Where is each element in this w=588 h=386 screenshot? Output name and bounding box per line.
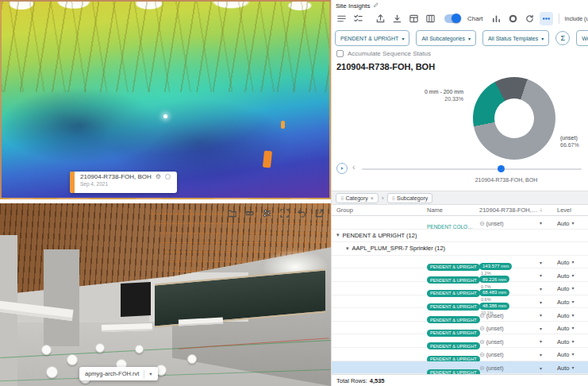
grouping-chip-category[interactable]: ⠿ Category × [336,193,379,203]
capture-tag-date: Sep 4, 2021 [80,181,171,187]
edit-pencil-icon[interactable] [373,2,379,10]
site-insights-panel: Site Insights Chart Include (unset) PEND… [331,0,588,386]
model-file-selector[interactable]: apmyg-arch-FOH.rvt ▾ [79,367,158,380]
collapse-caret-icon[interactable]: ▾ [346,245,349,252]
table-row[interactable]: PENDENT & UPRIGHT⊖(unset)▾Auto▾ [332,348,588,361]
grouping-bar: ⠿ Category × › ⠿ Subcategory [332,191,588,205]
chevron-down-icon[interactable]: ▾ [149,371,152,377]
level-select[interactable]: Auto▾ [557,259,574,266]
value-caret-icon[interactable]: ▾ [540,272,542,278]
subcategory-dropdown[interactable]: All Subcategories▾ [416,30,476,46]
value-caret-icon[interactable]: ▾ [540,286,542,291]
viewport-toolbar [227,208,325,218]
donut-chart[interactable] [473,77,555,160]
model-column [44,249,79,346]
model-file-label: apmyg-arch-FOH.rvt [85,370,139,377]
table-row[interactable]: PENDENT & UPRIGHT⊖(unset)▾Auto▾ [332,308,588,322]
pill-divider [144,370,144,378]
table-icon[interactable] [407,12,421,25]
column-header-group[interactable]: Group [336,207,353,214]
bar-chart-icon[interactable] [490,12,503,25]
level-select[interactable]: Auto▾ [557,272,574,280]
value-caret-icon[interactable]: ▾ [540,326,542,331]
model-stool [135,345,144,353]
table-row[interactable]: PENDENT & UPRIGHT⊖(unset)▾Auto▾ [332,361,588,374]
chart-toggle-label: Chart [467,15,483,22]
checklist-icon[interactable] [352,12,365,25]
level-select[interactable]: Auto▾ [557,220,574,227]
drag-handle-icon[interactable]: ⠿ [392,195,394,201]
sync-ring-icon[interactable] [165,174,171,179]
view-list-icon[interactable] [335,12,348,25]
table-row[interactable]: PENDENT COLOR P...⊖(unset)▾Auto▾ [332,216,588,230]
table-row[interactable]: PENDENT & UPRIGHT68.483 mm0.6%▾Auto▾ [332,282,588,295]
accumulate-row: Accumulate Sequence Status [336,50,431,57]
timeline-slider[interactable] [362,168,582,170]
table-row[interactable]: PENDENT & UPRIGHT89.226 mm0.7%▾Auto▾ [332,268,588,282]
chevron-down-icon: ▾ [571,325,574,332]
pointcloud-viewport[interactable]: 210904-R738-FOH, BOH ⚙ Sep 4, 2021 [0,0,331,199]
value-caret-icon[interactable]: ▾ [540,299,542,305]
level-select[interactable]: Auto▾ [557,351,574,358]
accumulate-checkbox[interactable] [336,50,344,57]
sigma-button[interactable]: Σ [555,31,570,45]
model-stool [67,354,78,365]
unset-value: ⊖(unset) [479,338,536,345]
undo-icon[interactable] [297,208,307,218]
folder-icon[interactable] [227,208,237,218]
close-icon[interactable]: × [371,195,374,201]
status-template-dropdown[interactable]: All Status Templates▾ [482,30,549,46]
sliders-icon[interactable] [262,208,272,218]
group-label: AAPL_PLUM_SPR-7 Sprinkler (12) [352,245,446,252]
model-viewport[interactable]: apmyg-arch-FOH.rvt ▾ [0,203,331,386]
chart-toggle[interactable] [444,14,461,23]
level-select[interactable]: Auto▾ [557,312,574,319]
capture-tag[interactable]: 210904-R738-FOH, BOH ⚙ Sep 4, 2021 [70,172,177,193]
level-select[interactable]: Auto▾ [557,325,574,332]
sort-desc-icon[interactable]: ↓ [540,207,543,212]
level-select[interactable]: Auto▾ [557,365,574,372]
table-row[interactable]: ▾PENDENT & UPRIGHT (12) [332,230,588,243]
column-header-value[interactable]: 210904-R738-FOH, BOH [479,207,538,214]
scatter-icon[interactable] [540,12,553,25]
collapse-caret-icon[interactable]: ▾ [336,232,340,238]
donut-chart-icon[interactable] [506,12,520,25]
level-select[interactable]: Auto▾ [557,299,574,306]
app-window: 210904-R738-FOH, BOH ⚙ Sep 4, 2021 [0,0,588,386]
include-unset-label[interactable]: Include (unset) [565,16,588,21]
value-caret-icon[interactable]: ▾ [540,338,542,344]
drag-handle-icon[interactable]: ⠿ [340,195,343,201]
column-header-name[interactable]: Name [427,207,443,214]
row-name-link[interactable]: PENDENT COLOR P... [427,224,476,230]
grouping-chip-subcategory[interactable]: ⠿ Subcategory [387,193,433,203]
column-header-level[interactable]: Level [557,207,571,214]
table-row[interactable]: ▾AAPL_PLUM_SPR-7 Sprinkler (12) [332,242,588,256]
open-external-icon[interactable] [314,208,325,218]
value-caret-icon[interactable]: ▾ [540,312,542,318]
value-caret-icon[interactable]: ▾ [540,365,542,371]
play-button[interactable] [336,163,348,174]
gear-icon[interactable]: ⚙ [156,173,161,180]
timeline-handle[interactable] [498,165,505,172]
weight-dropdown[interactable]: Wei [576,30,588,46]
download-icon[interactable] [390,12,404,25]
table-row[interactable]: PENDENT & UPRIGHT48.386 mm10.1%▾Auto▾ [332,295,588,309]
value-caret-icon[interactable]: ▾ [540,220,542,226]
table-row[interactable]: PENDENT & UPRIGHT⊖(unset)▾Auto▾ [332,322,588,335]
export-icon[interactable] [374,12,387,25]
category-dropdown[interactable]: PENDENT & UPRIGHT▾ [335,30,409,46]
value-caret-icon[interactable]: ▾ [540,352,542,357]
columns-icon[interactable] [424,12,437,25]
table-row[interactable]: PENDENT & UPRIGHT143.577 mm1.2%▾Auto▾ [332,256,588,269]
loop-icon[interactable] [523,12,536,25]
pointcloud-orange-object [263,151,272,168]
model-stool [187,354,197,364]
measure-icon[interactable] [244,208,255,218]
value-caret-icon[interactable]: ▾ [540,260,542,265]
fit-view-icon[interactable] [279,208,290,218]
table-row[interactable]: PENDENT & UPRIGHT⊖(unset)▾Auto▾ [332,334,588,348]
chevron-left-icon[interactable]: ‹ [352,162,355,172]
level-select[interactable]: Auto▾ [557,285,574,292]
level-select[interactable]: Auto▾ [557,338,574,345]
panel-title: Site Insights [336,2,371,10]
